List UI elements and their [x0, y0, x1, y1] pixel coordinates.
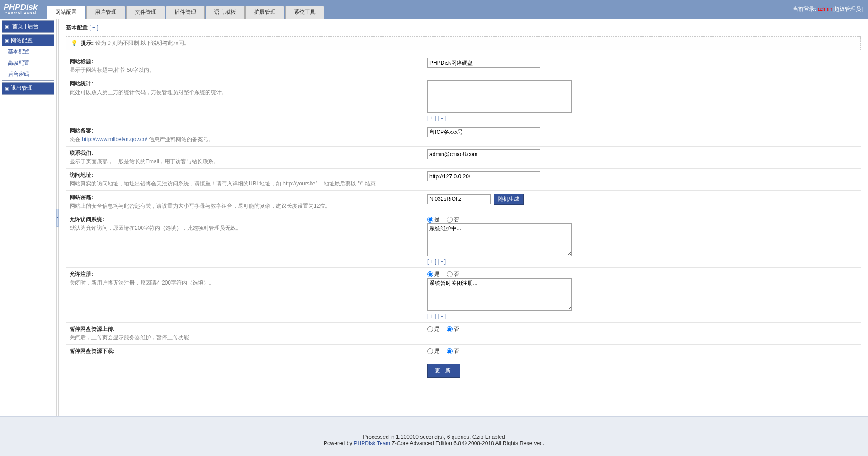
contact-input[interactable] [427, 149, 540, 159]
login-role-link[interactable]: [超级管理员] [832, 6, 863, 12]
pause-download-yes-radio[interactable] [427, 348, 433, 354]
sidebar-divider: ◂ [56, 19, 59, 416]
footer: Processed in 1.100000 second(s), 6 queri… [0, 416, 868, 456]
pause-upload-no-label[interactable]: 否 [447, 326, 459, 332]
pause-download-no-radio[interactable] [447, 348, 453, 354]
main-content: 基本配置 [ + ] 💡 提示: 设为 0 则为不限制,以下说明与此相同。 网站… [59, 19, 868, 416]
allow-visit-yes-label[interactable]: 是 [427, 216, 440, 223]
tab-lang-tpl[interactable]: 语言模板 [206, 6, 245, 19]
login-info: 当前登录: admin[超级管理员] [793, 5, 864, 13]
site-title-label: 网站标题: [70, 58, 420, 66]
allow-reg-no-radio[interactable] [447, 271, 453, 277]
pause-upload-yes-label[interactable]: 是 [427, 326, 440, 332]
sidebar-back-link[interactable]: 后台 [28, 23, 38, 29]
allow-visit-no-radio[interactable] [447, 217, 453, 223]
sidebar: 首页 | 后台 网站配置 基本配置 高级配置 后台密码 退出管理 [0, 19, 56, 416]
pause-download-label: 暂停网盘资源下载: [70, 347, 420, 355]
site-stats-desc: 此处可以放入第三方的统计代码，方便管理员对整个系统的统计。 [70, 89, 227, 95]
page-title-expand[interactable]: [ + ] [89, 24, 98, 31]
page-title-text: 基本配置 [66, 24, 88, 31]
beian-desc: 您在 http://www.miibeian.gov.cn/ 信息产业部网站的备… [70, 136, 214, 142]
tab-ext-mgmt[interactable]: 扩展管理 [245, 6, 284, 19]
textarea-shrink[interactable]: [ - ] [438, 313, 446, 319]
sidebar-home-link[interactable]: 首页 [12, 23, 23, 29]
tip-text: 设为 0 则为不限制,以下说明与此相同。 [95, 40, 190, 46]
lightbulb-icon: 💡 [71, 40, 78, 46]
allow-reg-label: 允许注册: [70, 271, 420, 278]
submit-button[interactable]: 更 新 [427, 364, 460, 378]
logo-subtitle: Control Panel [4, 11, 38, 15]
sidebar-item-basic[interactable]: 基本配置 [2, 46, 54, 57]
site-stats-label: 网站统计: [70, 80, 420, 88]
page-title: 基本配置 [ + ] [66, 24, 861, 32]
contact-label: 联系我们: [70, 149, 420, 157]
allow-visit-label: 允许访问系统: [70, 216, 420, 223]
login-prefix: 当前登录: [793, 6, 818, 12]
textarea-shrink[interactable]: [ - ] [438, 258, 446, 265]
sidebar-section-siteconfig[interactable]: 网站配置 [2, 35, 54, 46]
tab-plugin-mgmt[interactable]: 插件管理 [166, 6, 205, 19]
tab-site-config[interactable]: 网站配置 [47, 6, 85, 19]
pause-upload-yes-radio[interactable] [427, 326, 433, 332]
logo-text: PHPDisk [4, 3, 38, 12]
site-key-label: 网站密匙: [70, 194, 420, 201]
allow-visit-no-label[interactable]: 否 [447, 216, 459, 223]
site-title-input[interactable] [427, 58, 540, 68]
tab-user-mgmt[interactable]: 用户管理 [86, 6, 125, 19]
allow-visit-textarea[interactable]: 系统维护中... [427, 223, 572, 256]
textarea-shrink[interactable]: [ - ] [438, 115, 446, 121]
beian-input[interactable] [427, 127, 540, 137]
login-user: admin [818, 6, 833, 12]
sidebar-section-logout[interactable]: 退出管理 [2, 83, 54, 94]
visit-url-input[interactable] [427, 171, 540, 181]
textarea-grow[interactable]: [ + ] [427, 313, 436, 319]
allow-reg-textarea[interactable]: 系统暂时关闭注册... [427, 278, 572, 311]
allow-reg-yes-radio[interactable] [427, 271, 433, 277]
tip-label: 提示: [81, 40, 94, 46]
beian-link[interactable]: http://www.miibeian.gov.cn/ [82, 136, 147, 142]
pause-upload-no-radio[interactable] [447, 326, 453, 332]
footer-powered: Powered by PHPDisk Team Z-Core Advanced … [0, 440, 868, 446]
pause-upload-desc: 关闭后，上传页会显示服务器维护，暂停上传功能 [70, 334, 189, 341]
beian-label: 网站备案: [70, 127, 420, 135]
allow-visit-desc: 默认为允许访问，原因请在200字符内（选填），此选项对管理员无效。 [70, 225, 241, 231]
sidebar-item-password[interactable]: 后台密码 [2, 69, 54, 80]
sidebar-top-nav: 首页 | 后台 [2, 21, 54, 32]
site-key-input[interactable] [427, 194, 491, 204]
sidebar-collapse-handle[interactable]: ◂ [56, 209, 59, 227]
allow-reg-no-label[interactable]: 否 [447, 271, 459, 277]
pause-download-no-label[interactable]: 否 [447, 348, 459, 354]
tab-file-mgmt[interactable]: 文件管理 [126, 6, 165, 19]
site-title-desc: 显示于网站标题中,推荐 50字以内。 [70, 67, 155, 73]
logo: PHPDisk Control Panel [4, 3, 38, 15]
tab-sys-tools[interactable]: 系统工具 [285, 6, 324, 19]
app-header: PHPDisk Control Panel 网站配置 用户管理 文件管理 插件管… [0, 0, 868, 19]
pause-upload-label: 暂停网盘资源上传: [70, 325, 420, 333]
footer-stats: Processed in 1.100000 second(s), 6 queri… [0, 434, 868, 440]
allow-visit-yes-radio[interactable] [427, 217, 433, 223]
random-generate-button[interactable]: 随机生成 [494, 194, 524, 205]
footer-team-link[interactable]: PHPDisk Team [354, 440, 390, 446]
tip-box: 💡 提示: 设为 0 则为不限制,以下说明与此相同。 [66, 36, 861, 50]
textarea-grow[interactable]: [ + ] [427, 115, 436, 121]
textarea-grow[interactable]: [ + ] [427, 258, 436, 265]
allow-reg-desc: 关闭时，新用户将无法注册，原因请在200字符内（选填）。 [70, 280, 214, 286]
visit-url-label: 访问地址: [70, 171, 420, 179]
nav-tabs: 网站配置 用户管理 文件管理 插件管理 语言模板 扩展管理 系统工具 [47, 0, 793, 19]
sidebar-item-advanced[interactable]: 高级配置 [2, 57, 54, 69]
allow-reg-yes-label[interactable]: 是 [427, 271, 440, 277]
contact-desc: 显示于页面底部，一般是站长的Email，用于访客与站长联系。 [70, 158, 219, 165]
site-key-desc: 网站上的安全信息均与此密匙有关，请设置为大小写字母与数字组合，尽可能的复杂，建议… [70, 203, 330, 209]
visit-url-desc: 网站真实的访问地址，地址出错将会无法访问系统，请慎重！请写入详细的URL地址，如… [70, 180, 376, 187]
site-stats-textarea[interactable] [427, 80, 572, 113]
pause-download-yes-label[interactable]: 是 [427, 348, 440, 354]
